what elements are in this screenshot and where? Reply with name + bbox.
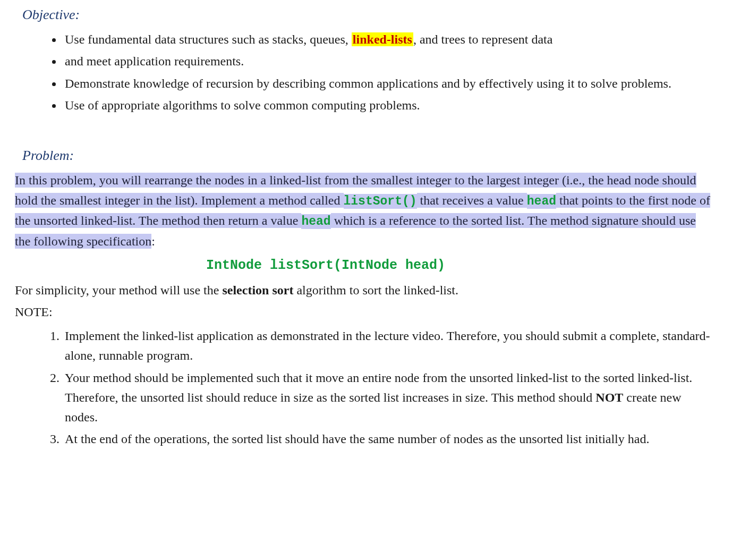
objective-heading: Objective: — [22, 4, 711, 26]
note-item-2: Your method should be implemented such t… — [63, 368, 711, 428]
problem-heading: Problem: — [22, 145, 711, 166]
objective-item-4: Use of appropriate algorithms to solve c… — [63, 96, 711, 115]
method-signature: IntNode listSort(IntNode head) — [0, 256, 711, 276]
note-2-not: NOT — [595, 391, 623, 404]
notes-list: Implement the linked-list application as… — [25, 326, 711, 449]
code-head-1: head — [527, 194, 556, 209]
objective-1-highlight: linked-lists — [352, 32, 413, 46]
note-label: NOTE: — [15, 302, 711, 322]
note-item-3: At the end of the operations, the sorted… — [63, 429, 711, 449]
objective-item-2: and meet application requirements. — [63, 52, 711, 71]
code-head-2: head — [301, 214, 330, 229]
objectives-list: Use fundamental data structures such as … — [25, 30, 711, 115]
note-item-1: Implement the linked-list application as… — [63, 326, 711, 366]
problem-trailing-colon: : — [151, 234, 155, 248]
objective-item-3: Demonstrate knowledge of recursion by de… — [63, 74, 711, 94]
problem-seg2: that receives a value — [417, 193, 527, 208]
simplicity-post: algorithm to sort the linked-list. — [293, 283, 458, 297]
simplicity-note: For simplicity, your method will use the… — [15, 281, 711, 300]
code-listsort: listSort() — [344, 194, 417, 209]
selection-sort-bold: selection sort — [222, 283, 293, 297]
objective-item-1: Use fundamental data structures such as … — [63, 30, 711, 49]
objective-1-post: , and trees to represent data — [413, 32, 553, 46]
objective-1-pre: Use fundamental data structures such as … — [65, 32, 352, 46]
simplicity-pre: For simplicity, your method will use the — [15, 283, 222, 297]
problem-description: In this problem, you will rearrange the … — [15, 171, 711, 251]
